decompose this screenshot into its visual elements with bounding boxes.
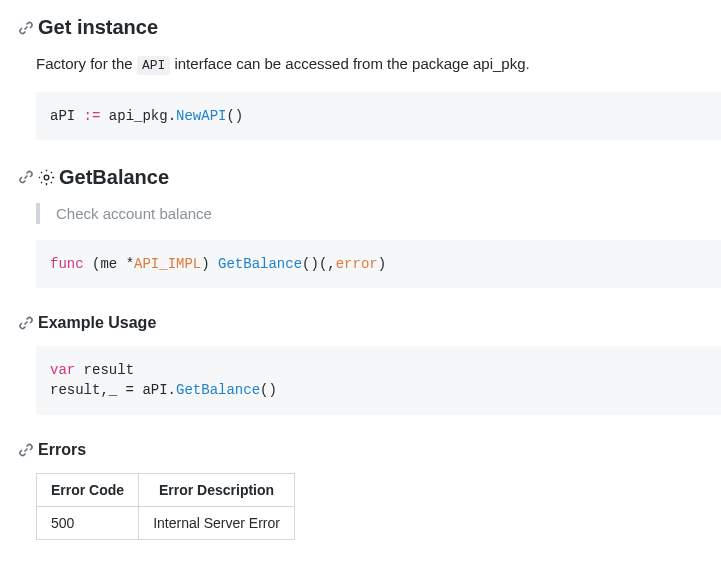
link-icon[interactable]: [18, 169, 34, 185]
errors-table: Error Code Error Description 500 Interna…: [36, 473, 295, 540]
table-header-row: Error Code Error Description: [37, 473, 295, 506]
code-block-example: var result result,_ = aPI.GetBalance(): [36, 346, 721, 415]
code-token-function: GetBalance: [218, 256, 302, 272]
code-block-get-instance: aPI := api_pkg.NewAPI(): [36, 92, 721, 140]
section-heading-example: Example Usage: [18, 314, 721, 332]
code-token-keyword: func: [50, 256, 84, 272]
heading-text: Get instance: [38, 16, 158, 39]
code-token: (): [226, 108, 243, 124]
gear-icon: [38, 169, 55, 186]
code-token: ()(,: [302, 256, 336, 272]
code-token-function: GetBalance: [176, 382, 260, 398]
link-icon[interactable]: [18, 442, 34, 458]
code-token: (): [260, 382, 277, 398]
quote-text: Check account balance: [56, 205, 212, 222]
code-token-keyword: var: [50, 362, 75, 378]
code-token: result: [75, 362, 142, 378]
code-block-get-balance: func (me *API_IMPL) GetBalance()(,error): [36, 240, 721, 288]
section-heading-get-balance: GetBalance: [18, 166, 721, 189]
code-token: ): [378, 256, 386, 272]
heading-text: Errors: [38, 441, 86, 459]
table-row: 500 Internal Server Error: [37, 506, 295, 539]
heading-text: Example Usage: [38, 314, 156, 332]
code-token-error: error: [336, 256, 378, 272]
table-cell-code: 500: [37, 506, 139, 539]
code-token: me *: [100, 256, 134, 272]
table-cell-desc: Internal Server Error: [139, 506, 295, 539]
heading-text: GetBalance: [59, 166, 169, 189]
get-balance-quote: Check account balance: [36, 203, 721, 224]
link-icon[interactable]: [18, 20, 34, 36]
table-header-desc: Error Description: [139, 473, 295, 506]
table-header-code: Error Code: [37, 473, 139, 506]
code-token: result,_ = aPI.: [50, 382, 176, 398]
code-token-operator: :=: [84, 108, 101, 124]
text-fragment: Factory for the: [36, 55, 137, 72]
code-token: api_pkg.: [100, 108, 176, 124]
text-fragment: interface can be accessed from the packa…: [170, 55, 529, 72]
inline-code-api: API: [137, 56, 170, 75]
code-token-type: API_IMPL: [134, 256, 201, 272]
section-heading-get-instance: Get instance: [18, 16, 721, 39]
code-token-function: NewAPI: [176, 108, 226, 124]
link-icon[interactable]: [18, 315, 34, 331]
section-heading-errors: Errors: [18, 441, 721, 459]
get-instance-description: Factory for the API interface can be acc…: [36, 53, 721, 76]
code-token: (: [84, 256, 101, 272]
code-token: ): [201, 256, 218, 272]
code-token: aPI: [50, 108, 84, 124]
svg-point-0: [44, 175, 49, 180]
